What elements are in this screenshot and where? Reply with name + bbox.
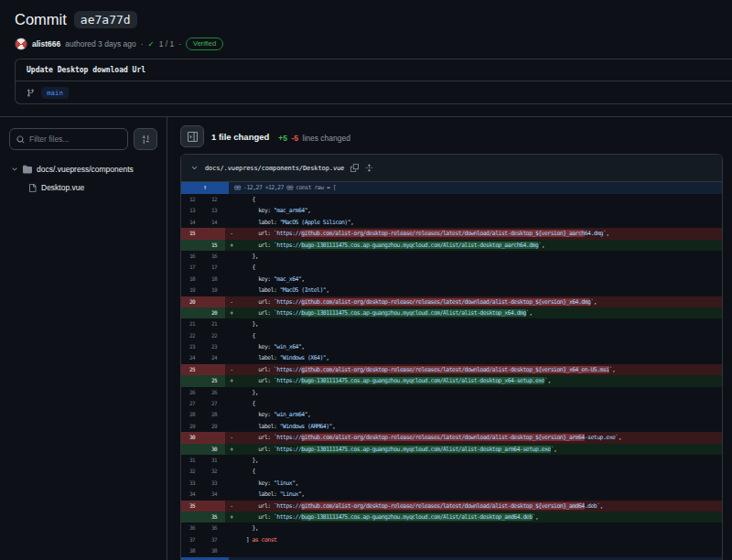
tree-file-label: Desktop.vue bbox=[41, 183, 84, 192]
line-number-old[interactable]: 25 bbox=[181, 364, 203, 375]
line-number-old[interactable]: 31 bbox=[181, 455, 203, 466]
line-number-new[interactable]: 13 bbox=[203, 205, 225, 216]
line-number-new[interactable]: 31 bbox=[203, 455, 225, 466]
line-number-new[interactable]: 14 bbox=[203, 217, 225, 228]
line-number-new[interactable]: 29 bbox=[203, 421, 225, 432]
diff-line-context: 3232 { bbox=[181, 466, 722, 477]
line-number-old[interactable]: 37 bbox=[181, 534, 203, 545]
code-text: { bbox=[238, 398, 722, 409]
line-number-old[interactable]: 26 bbox=[181, 387, 203, 398]
tree-options-button[interactable] bbox=[134, 128, 157, 150]
line-number-old[interactable] bbox=[181, 240, 203, 251]
line-number-new[interactable]: 33 bbox=[203, 478, 225, 489]
author-link[interactable]: alist666 bbox=[32, 39, 60, 48]
line-number-new[interactable]: 32 bbox=[203, 466, 225, 477]
line-number-old[interactable]: 15 bbox=[181, 228, 203, 239]
line-number-new[interactable]: 22 bbox=[203, 330, 225, 341]
line-number-old[interactable] bbox=[181, 444, 203, 455]
collapse-file-button[interactable] bbox=[190, 164, 199, 172]
file-icon bbox=[28, 184, 37, 192]
copy-path-button[interactable] bbox=[350, 164, 359, 172]
line-number-old[interactable]: 13 bbox=[181, 205, 203, 216]
line-number-old[interactable]: 34 bbox=[181, 489, 203, 500]
code-text: key: "mac_arm64", bbox=[238, 205, 722, 216]
line-number-new[interactable] bbox=[203, 501, 225, 512]
line-number-new[interactable]: 17 bbox=[203, 262, 225, 273]
line-number-old[interactable]: 12 bbox=[181, 194, 203, 205]
filter-files-input[interactable] bbox=[29, 135, 121, 144]
line-number-new[interactable]: 35 bbox=[203, 512, 225, 522]
separator-dot: · bbox=[141, 39, 144, 48]
line-number-new[interactable]: 12 bbox=[203, 194, 225, 205]
diff-line-context: 2626 }, bbox=[181, 387, 722, 398]
line-number-new[interactable]: 25 bbox=[203, 375, 225, 386]
line-number-new[interactable]: 19 bbox=[203, 285, 225, 296]
line-number-old[interactable]: 23 bbox=[181, 341, 203, 352]
expand-up-button[interactable]: ↑ bbox=[181, 182, 229, 194]
line-number-old[interactable] bbox=[181, 512, 203, 522]
verified-badge[interactable]: Verified bbox=[186, 38, 223, 50]
line-number-new[interactable]: 21 bbox=[203, 318, 225, 329]
line-number-old[interactable]: 27 bbox=[181, 398, 203, 409]
tree-file-row[interactable]: Desktop.vue bbox=[9, 178, 157, 197]
commit-message-box: Update Desktop download Url main bbox=[15, 59, 732, 104]
diff-file-path[interactable]: docs/.vuepress/components/Desktop.vue bbox=[205, 165, 344, 172]
line-number-old[interactable]: 22 bbox=[181, 330, 203, 341]
diff-line-add: 25+ url: `https://bugo-1301111475.cos.ap… bbox=[181, 375, 722, 386]
line-number-old[interactable]: 17 bbox=[181, 262, 203, 273]
diff-marker: + bbox=[225, 512, 238, 522]
line-number-old[interactable]: 19 bbox=[181, 285, 203, 296]
line-number-new[interactable]: 37 bbox=[203, 534, 225, 545]
diff-line-context: 3434 label: "Linux", bbox=[181, 489, 722, 500]
code-text: }, bbox=[238, 522, 722, 533]
line-number-new[interactable]: 24 bbox=[203, 352, 225, 363]
line-number-old[interactable]: 16 bbox=[181, 251, 203, 262]
line-number-old[interactable]: 21 bbox=[181, 318, 203, 329]
line-number-old[interactable]: 28 bbox=[181, 409, 203, 420]
line-number-new[interactable]: 26 bbox=[203, 387, 225, 398]
code-text: }, bbox=[238, 251, 722, 262]
line-number-new[interactable]: 15 bbox=[203, 240, 225, 251]
tree-folder-row[interactable]: docs/.vuepress/components bbox=[9, 160, 157, 178]
checks-count[interactable]: 1 / 1 bbox=[159, 39, 175, 48]
diff-marker bbox=[225, 194, 238, 205]
line-number-new[interactable] bbox=[203, 364, 225, 375]
expand-down-button[interactable]: ↓ bbox=[181, 557, 229, 560]
line-number-old[interactable]: 32 bbox=[181, 466, 203, 477]
line-number-old[interactable]: 38 bbox=[181, 545, 203, 556]
filter-files-field[interactable] bbox=[9, 128, 128, 150]
line-number-new[interactable]: 27 bbox=[203, 398, 225, 409]
line-number-old[interactable] bbox=[181, 307, 203, 318]
line-number-old[interactable]: 18 bbox=[181, 274, 203, 285]
toggle-file-tree-button[interactable] bbox=[180, 125, 204, 147]
line-number-new[interactable] bbox=[203, 228, 225, 239]
line-number-new[interactable]: 34 bbox=[203, 489, 225, 500]
line-number-new[interactable]: 16 bbox=[203, 251, 225, 262]
branch-name-chip[interactable]: main bbox=[41, 87, 69, 99]
line-number-new[interactable]: 38 bbox=[203, 545, 225, 556]
expand-all-hunks-button[interactable] bbox=[365, 164, 373, 172]
line-number-new[interactable]: 23 bbox=[203, 341, 225, 352]
diff-marker bbox=[225, 466, 238, 477]
line-number-old[interactable] bbox=[181, 375, 203, 386]
line-number-old[interactable]: 24 bbox=[181, 352, 203, 363]
line-number-old[interactable]: 29 bbox=[181, 421, 203, 432]
files-changed-count: 1 file changed bbox=[211, 132, 269, 142]
line-number-new[interactable] bbox=[203, 432, 225, 443]
avatar[interactable] bbox=[15, 38, 27, 50]
line-number-new[interactable]: 30 bbox=[203, 444, 225, 455]
diff-line-del: 20- url: `https://github.com/alist-org/d… bbox=[181, 296, 722, 307]
line-number-new[interactable]: 36 bbox=[203, 522, 225, 533]
code-text: { bbox=[238, 194, 722, 205]
line-number-old[interactable]: 30 bbox=[181, 432, 203, 443]
diff-marker bbox=[225, 285, 238, 296]
line-number-new[interactable] bbox=[203, 296, 225, 307]
line-number-old[interactable]: 33 bbox=[181, 478, 203, 489]
line-number-new[interactable]: 20 bbox=[203, 307, 225, 318]
line-number-old[interactable]: 14 bbox=[181, 217, 203, 228]
line-number-old[interactable]: 20 bbox=[181, 296, 203, 307]
line-number-new[interactable]: 28 bbox=[203, 409, 225, 420]
line-number-new[interactable]: 18 bbox=[203, 274, 225, 285]
line-number-old[interactable]: 35 bbox=[181, 501, 203, 512]
line-number-old[interactable]: 36 bbox=[181, 522, 203, 533]
